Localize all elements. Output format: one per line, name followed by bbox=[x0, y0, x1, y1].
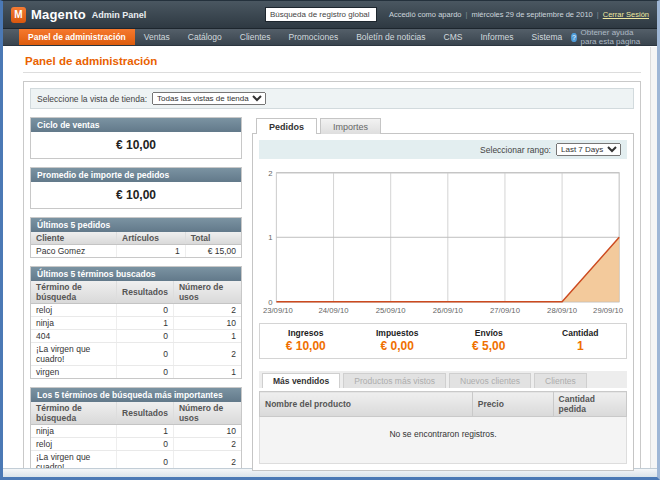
title-divider bbox=[23, 72, 641, 73]
orders-chart: 01223/09/1024/09/1025/09/1026/09/1027/09… bbox=[261, 167, 625, 319]
header-user-info: Accedió como apardo | miércoles 29 de se… bbox=[389, 10, 649, 19]
nav-item-clientes[interactable]: Clientes bbox=[231, 29, 280, 45]
widget-title: Los 5 términos de búsqueda más important… bbox=[31, 388, 241, 402]
search-term-row[interactable]: reloj 0 2 bbox=[31, 438, 241, 451]
nav-item-boletin[interactable]: Boletín de noticias bbox=[347, 29, 434, 45]
nav-item-promociones[interactable]: Promociones bbox=[280, 29, 348, 45]
top-search-terms-widget: Los 5 términos de búsqueda más important… bbox=[30, 387, 242, 480]
total-envios: Envíos € 5,00 bbox=[443, 328, 535, 353]
widget-title: Últimos 5 términos buscados bbox=[31, 267, 241, 281]
last-orders-table: Cliente Artículos Total Paco Gomez 1 € 1… bbox=[31, 232, 241, 257]
svg-text:0: 0 bbox=[268, 298, 272, 307]
left-column: Ciclo de ventas € 10,00 Promedio de impo… bbox=[30, 117, 242, 480]
nav-item-informes[interactable]: Informes bbox=[472, 29, 523, 45]
order-row[interactable]: Paco Gomez 1 € 15,00 bbox=[31, 245, 241, 258]
magento-logo-icon: M bbox=[11, 7, 26, 23]
last-search-terms-table: Término de búsqueda Resultados Número de… bbox=[31, 281, 241, 378]
logo-subtitle: Admin Panel bbox=[92, 10, 147, 20]
column-header: Artículos bbox=[117, 232, 186, 245]
global-search-input[interactable] bbox=[265, 7, 377, 22]
dashboard-container: Seleccione la vista de tienda: Todas las… bbox=[23, 81, 641, 480]
svg-text:24/09/10: 24/09/10 bbox=[319, 306, 349, 315]
average-orders-widget: Promedio de importe de pedidos € 10,00 bbox=[30, 167, 242, 209]
logo-text: Magento bbox=[31, 7, 86, 22]
range-bar: Seleccionar rango: Last 7 Days bbox=[259, 140, 627, 159]
nav-item-ventas[interactable]: Ventas bbox=[135, 29, 179, 45]
svg-text:26/09/10: 26/09/10 bbox=[433, 306, 463, 315]
widget-title: Últimos 5 pedidos bbox=[31, 218, 241, 232]
svg-text:28/09/10: 28/09/10 bbox=[547, 306, 577, 315]
column-header: Cliente bbox=[31, 232, 117, 245]
empty-records-message: No se encontraron registros. bbox=[259, 417, 627, 464]
admin-header: M Magento Admin Panel Accedió como apard… bbox=[3, 1, 657, 29]
scrollbar-track[interactable] bbox=[650, 47, 657, 468]
help-label: Obtener ayuda para esta página bbox=[581, 28, 647, 46]
column-header: Resultados bbox=[117, 281, 174, 304]
svg-text:1: 1 bbox=[268, 233, 272, 242]
column-header: Término de búsqueda bbox=[31, 402, 117, 425]
help-link[interactable]: ? Obtener ayuda para esta página bbox=[571, 29, 647, 45]
column-header: Número de usos bbox=[173, 402, 241, 425]
products-table: Nombre del producto Precio Cantidad pedi… bbox=[259, 391, 627, 417]
widget-title: Ciclo de ventas bbox=[31, 118, 241, 132]
range-label: Seleccionar rango: bbox=[480, 145, 551, 155]
column-header: Nombre del producto bbox=[260, 392, 473, 417]
nav-item-catalogo[interactable]: Catálogo bbox=[179, 29, 231, 45]
column-header: Cantidad pedida bbox=[553, 392, 626, 417]
search-term-row[interactable]: ninja 1 10 bbox=[31, 317, 241, 330]
help-icon: ? bbox=[571, 33, 576, 42]
column-header: Total bbox=[185, 232, 241, 245]
total-cantidad: Cantidad 1 bbox=[535, 328, 627, 353]
store-view-switcher: Seleccione la vista de tienda: Todas las… bbox=[30, 88, 634, 109]
total-ingresos: Ingresos € 10,00 bbox=[260, 328, 352, 353]
column-header: Resultados bbox=[117, 402, 174, 425]
range-select[interactable]: Last 7 Days bbox=[556, 143, 621, 156]
tab-productos-mas-vistos[interactable]: Productos más vistos bbox=[343, 373, 446, 388]
store-view-label: Seleccione la vista de tienda: bbox=[37, 94, 147, 104]
current-date: miércoles 29 de septiembre de 2010 bbox=[471, 10, 592, 19]
lifetime-sales-value: € 10,00 bbox=[31, 132, 241, 158]
search-term-row[interactable]: ninja 1 10 bbox=[31, 425, 241, 438]
search-term-row[interactable]: ¡La virgen que cuadro! 0 2 bbox=[31, 343, 241, 366]
bottom-tabs: Más vendidos Productos más vistos Nuevos… bbox=[259, 371, 627, 388]
tab-mas-vendidos[interactable]: Más vendidos bbox=[262, 373, 340, 388]
lifetime-sales-widget: Ciclo de ventas € 10,00 bbox=[30, 117, 242, 159]
search-term-row[interactable]: reloj 0 2 bbox=[31, 304, 241, 317]
column-header: Precio bbox=[472, 392, 553, 417]
svg-text:2: 2 bbox=[268, 169, 272, 178]
search-term-row[interactable]: 404 0 1 bbox=[31, 330, 241, 343]
page-content: Panel de administración Seleccione la vi… bbox=[3, 46, 657, 480]
right-column: Pedidos Importes Seleccionar rango: Last… bbox=[252, 117, 634, 480]
widget-title: Promedio de importe de pedidos bbox=[31, 168, 241, 182]
tab-nuevos-clientes[interactable]: Nuevos clientes bbox=[449, 373, 531, 388]
last-orders-widget: Últimos 5 pedidos Cliente Artículos Tota… bbox=[30, 217, 242, 258]
tab-clientes[interactable]: Clientes bbox=[534, 373, 587, 388]
nav-item-dashboard[interactable]: Panel de administración bbox=[19, 29, 135, 45]
average-orders-value: € 10,00 bbox=[31, 182, 241, 208]
page-title: Panel de administración bbox=[25, 55, 641, 67]
svg-text:29/09/10: 29/09/10 bbox=[593, 306, 623, 315]
chart-panel: Seleccionar rango: Last 7 Days 01223/09/… bbox=[252, 133, 634, 471]
tab-importes[interactable]: Importes bbox=[320, 118, 381, 134]
browser-window: M Magento Admin Panel Accedió como apard… bbox=[0, 0, 660, 480]
chart-area: 01223/09/1024/09/1025/09/1026/09/1027/09… bbox=[259, 159, 627, 319]
magento-logo: M Magento Admin Panel bbox=[11, 7, 146, 23]
logged-in-as: Accedió como apardo bbox=[389, 10, 462, 19]
nav-item-sistema[interactable]: Sistema bbox=[523, 29, 572, 45]
logout-link[interactable]: Cerrar Sesión bbox=[603, 10, 649, 19]
svg-text:25/09/10: 25/09/10 bbox=[376, 306, 406, 315]
column-header: Término de búsqueda bbox=[31, 281, 117, 304]
svg-text:27/09/10: 27/09/10 bbox=[490, 306, 520, 315]
totals-bar: Ingresos € 10,00 Impuestos € 0,00 Envíos… bbox=[259, 323, 627, 359]
nav-item-cms[interactable]: CMS bbox=[435, 29, 472, 45]
tab-pedidos[interactable]: Pedidos bbox=[256, 118, 317, 134]
last-search-terms-widget: Últimos 5 términos buscados Término de b… bbox=[30, 266, 242, 379]
chart-tabs: Pedidos Importes bbox=[252, 117, 634, 133]
total-impuestos: Impuestos € 0,00 bbox=[352, 328, 444, 353]
svg-text:23/09/10: 23/09/10 bbox=[263, 306, 293, 315]
column-header: Número de usos bbox=[173, 281, 241, 304]
search-term-row[interactable]: virgen 0 1 bbox=[31, 366, 241, 379]
main-nav: Panel de administración Ventas Catálogo … bbox=[3, 29, 657, 46]
store-view-select[interactable]: Todas las vistas de tienda bbox=[152, 92, 266, 105]
